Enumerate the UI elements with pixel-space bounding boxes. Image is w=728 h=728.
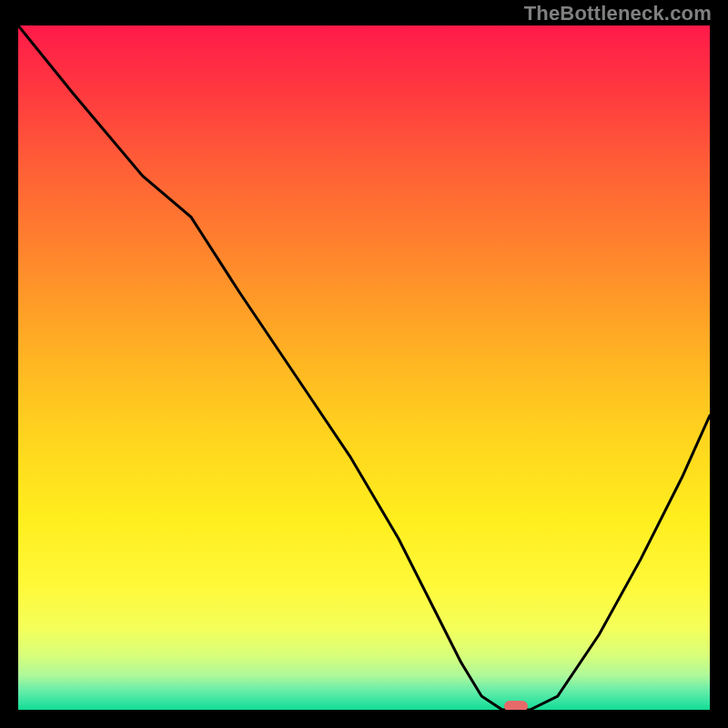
bottleneck-curve <box>18 25 710 710</box>
watermark-text: TheBottleneck.com <box>524 2 712 25</box>
curve-path <box>18 25 710 710</box>
plot-area <box>18 25 710 710</box>
current-config-marker <box>504 701 528 710</box>
chart-frame: TheBottleneck.com <box>0 0 728 728</box>
